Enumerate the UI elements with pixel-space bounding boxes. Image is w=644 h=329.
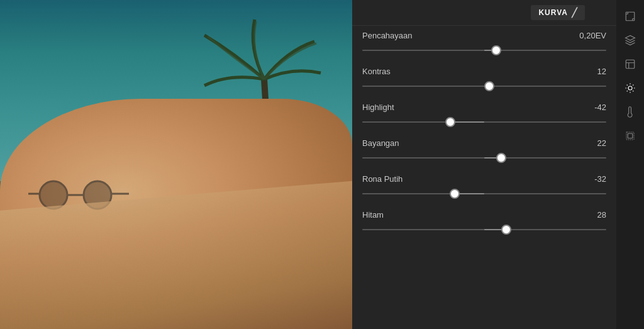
crop-box-icon[interactable] [619,125,641,147]
slider-track-bg-bayangan [362,157,606,159]
icon-toolbar [616,0,644,329]
slider-track-kontras[interactable] [362,80,606,92]
slider-track-bayangan[interactable] [362,152,606,164]
slider-thumb-highlight[interactable] [445,117,455,127]
svg-rect-6 [626,60,635,69]
thermometer-icon[interactable] [619,101,641,123]
slider-thumb-hitam[interactable] [501,225,511,235]
slider-track-highlight[interactable] [362,116,606,128]
slider-track-bg-kontras [362,86,606,87]
kurva-button[interactable]: KURVA ╱ [531,5,585,20]
slider-label-hitam: Hitam [362,210,384,220]
slider-thumb-bayangan[interactable] [496,153,506,163]
slider-label-pencahayaan: Pencahayaan [362,31,413,40]
slider-header-rona-putih: Rona Putih -32 [362,174,606,184]
slider-track-bg-pencahayaan [362,50,606,51]
slider-row-rona-putih: Rona Putih -32 [362,174,606,200]
slider-label-rona-putih: Rona Putih [362,174,402,184]
slider-label-bayangan: Bayangan [362,138,399,148]
slider-value-pencahayaan: 0,20EV [579,31,606,40]
slider-row-highlight: Highlight -42 [362,103,606,128]
slider-thumb-pencahayaan[interactable] [491,45,501,55]
svg-point-0 [40,181,67,209]
slider-row-bayangan: Bayangan 22 [362,138,606,164]
slider-header-hitam: Hitam 28 [362,210,606,220]
slider-thumb-rona-putih[interactable] [450,189,460,199]
slider-track-rona-putih[interactable] [362,187,606,200]
slider-header-highlight: Highlight -42 [362,103,606,112]
slider-track-bg-hitam [362,229,606,230]
slider-row-hitam: Hitam 28 [362,210,606,236]
photo-area [0,0,352,329]
slider-track-bg-highlight [362,121,606,123]
slider-value-highlight: -42 [594,103,606,112]
controls-panel: KURVA ╱ Pencahayaan 0,20EV Kontras 12 [352,0,616,329]
slider-value-hitam: 28 [597,210,606,220]
slider-header-pencahayaan: Pencahayaan 0,20EV [362,31,606,40]
slider-row-kontras: Kontras 12 [362,67,606,92]
curve-icon: ╱ [572,8,577,18]
slider-thumb-kontras[interactable] [484,81,494,91]
slider-track-hitam[interactable] [362,223,606,236]
slider-header-kontras: Kontras 12 [362,67,606,76]
slider-value-rona-putih: -32 [594,174,606,184]
kurva-label: KURVA [538,8,568,17]
slider-fill-highlight [450,121,484,123]
top-bar: KURVA ╱ [352,0,616,26]
slider-label-highlight: Highlight [362,103,394,112]
crop-transform-icon[interactable] [619,5,641,28]
slider-track-pencahayaan[interactable] [362,44,606,57]
svg-rect-5 [626,12,635,21]
sun-icon[interactable] [619,77,641,99]
svg-point-7 [628,86,632,90]
image-adjust-icon[interactable] [619,53,641,75]
slider-value-kontras: 12 [597,67,606,76]
right-panel: KURVA ╱ Pencahayaan 0,20EV Kontras 12 [352,0,644,329]
layers-icon[interactable] [619,29,641,52]
slider-track-bg-rona-putih [362,193,606,194]
sliders-area: Pencahayaan 0,20EV Kontras 12 Highlight … [352,26,616,251]
slider-header-bayangan: Bayangan 22 [362,138,606,148]
photo-image [0,0,352,329]
slider-row-pencahayaan: Pencahayaan 0,20EV [362,31,606,57]
slider-value-bayangan: 22 [597,138,606,148]
slider-label-kontras: Kontras [362,67,391,76]
svg-rect-9 [628,133,633,138]
